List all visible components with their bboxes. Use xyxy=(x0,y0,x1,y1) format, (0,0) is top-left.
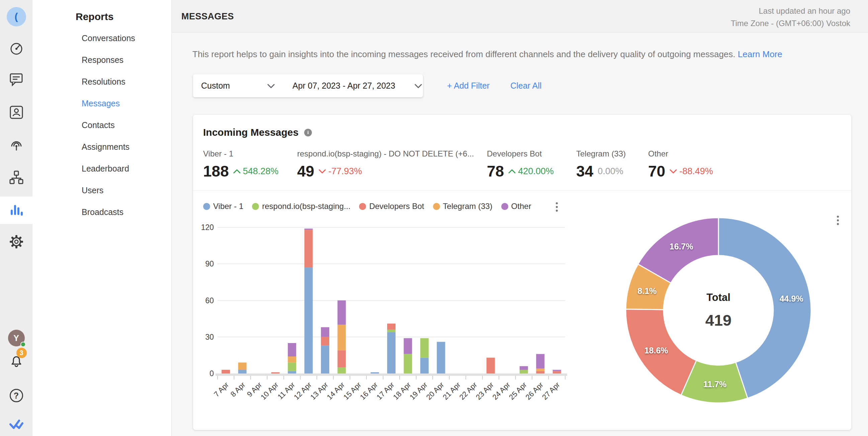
stat-label: Telegram (33) xyxy=(576,149,648,159)
stat-value: 49 xyxy=(297,164,314,179)
incoming-messages-card: Incoming Messages i Viber - 1188548.28%r… xyxy=(193,115,851,430)
main-area: MESSAGES Last updated an hour ago Time Z… xyxy=(172,0,868,436)
chevron-down-icon[interactable] xyxy=(267,83,275,89)
question-mark-icon: ? xyxy=(10,389,23,402)
trend-up-icon xyxy=(233,169,241,174)
legend-dot xyxy=(203,203,210,210)
bar-chart-menu-kebab[interactable] xyxy=(554,200,560,214)
notifications-bell[interactable]: 3 xyxy=(0,354,32,368)
info-icon[interactable]: i xyxy=(304,129,312,136)
legend-label: Viber - 1 xyxy=(213,202,243,211)
svg-text:26 Apr: 26 Apr xyxy=(524,380,545,402)
svg-text:18.6%: 18.6% xyxy=(645,346,668,355)
svg-text:19 Apr: 19 Apr xyxy=(408,380,429,402)
svg-text:13 Apr: 13 Apr xyxy=(309,380,330,402)
header-meta: Last updated an hour ago Time Zone - (GM… xyxy=(731,5,850,29)
legend-label: respond.io(bsp-staging... xyxy=(262,202,350,211)
sidebar-item-messages[interactable]: Messages xyxy=(82,99,135,108)
range-type-dropdown[interactable]: Custom xyxy=(193,74,285,97)
sidebar-title: Reports xyxy=(75,11,114,23)
learn-more-link[interactable]: Learn More xyxy=(738,49,782,59)
sidebar-item-broadcasts[interactable]: Broadcasts xyxy=(82,208,135,216)
last-updated-text: Last updated an hour ago xyxy=(731,5,850,17)
stat-1: respond.io(bsp-staging) - DO NOT DELETE … xyxy=(297,149,487,179)
trend-down-icon xyxy=(318,169,326,174)
svg-text:15 Apr: 15 Apr xyxy=(342,380,363,402)
contacts-icon[interactable] xyxy=(0,105,32,120)
sidebar-item-contacts[interactable]: Contacts xyxy=(82,121,135,129)
svg-text:24 Apr: 24 Apr xyxy=(491,380,512,402)
legend-label: Telegram (33) xyxy=(443,202,493,211)
stat-value: 70 xyxy=(648,164,665,179)
svg-text:11.7%: 11.7% xyxy=(703,379,727,389)
stat-label: respond.io(bsp-staging) - DO NOT DELETE … xyxy=(297,149,487,159)
broadcast-icon[interactable] xyxy=(0,137,32,152)
avatar-letter: Y xyxy=(8,330,25,346)
stat-value: 78 xyxy=(487,164,504,179)
settings-gear-icon[interactable] xyxy=(0,234,32,249)
stat-4: Other70-88.49% xyxy=(648,149,748,179)
svg-text:90: 90 xyxy=(205,260,214,268)
reports-icon[interactable] xyxy=(0,203,32,218)
stat-label: Other xyxy=(648,149,748,159)
stats-row: Viber - 1188548.28%respond.io(bsp-stagin… xyxy=(203,149,748,179)
svg-text:23 Apr: 23 Apr xyxy=(474,380,495,402)
sidebar-item-conversations[interactable]: Conversations xyxy=(82,34,135,42)
brand-doublecheck-icon[interactable] xyxy=(0,417,32,432)
add-filter-button[interactable]: + Add Filter xyxy=(447,81,490,91)
workflows-icon[interactable] xyxy=(0,170,32,185)
user-avatar[interactable]: Y xyxy=(0,330,32,346)
svg-text:17 Apr: 17 Apr xyxy=(375,380,396,402)
clear-all-button[interactable]: Clear All xyxy=(510,81,541,91)
messages-icon[interactable] xyxy=(0,72,32,87)
sidebar-item-resolutions[interactable]: Resolutions xyxy=(82,77,135,86)
stat-change: 0.00% xyxy=(598,166,623,176)
workspace-logo[interactable]: ( xyxy=(0,7,32,26)
legend-label: Other xyxy=(511,202,531,211)
svg-text:21 Apr: 21 Apr xyxy=(441,380,462,402)
sidebar-item-assignments[interactable]: Assignments xyxy=(82,143,135,151)
legend-item-1[interactable]: respond.io(bsp-staging... xyxy=(252,202,350,211)
legend-item-3[interactable]: Telegram (33) xyxy=(433,202,493,211)
sidebar-item-leaderboard[interactable]: Leaderboard xyxy=(82,165,135,173)
chevron-down-icon[interactable] xyxy=(414,83,423,89)
legend-item-2[interactable]: Developers Bot xyxy=(359,202,424,211)
stat-2: Developers Bot78420.00% xyxy=(487,149,576,179)
svg-text:7 Apr: 7 Apr xyxy=(212,380,230,399)
stat-change: 548.28% xyxy=(243,166,279,176)
help-icon[interactable]: ? xyxy=(0,388,32,403)
stat-label: Viber - 1 xyxy=(203,149,297,159)
donut-chart-menu-kebab[interactable] xyxy=(835,214,841,227)
card-title: Incoming Messages xyxy=(203,127,299,138)
date-filter-box: Custom Apr 07, 2023 - Apr 27, 2023 xyxy=(193,74,423,97)
date-range-dropdown[interactable]: Apr 07, 2023 - Apr 27, 2023 xyxy=(285,74,423,97)
svg-text:20 Apr: 20 Apr xyxy=(425,380,446,402)
stacked-bar-chart: 03060901207 Apr8 Apr9 Apr10 Apr11 Apr12 … xyxy=(198,221,576,416)
report-description: This report helps to gain insights into … xyxy=(192,49,782,60)
divider xyxy=(193,190,851,191)
dashboard-icon[interactable] xyxy=(0,41,32,56)
svg-text:14 Apr: 14 Apr xyxy=(325,380,346,402)
sidebar-item-responses[interactable]: Responses xyxy=(82,56,135,64)
donut-chart: 44.9%11.7%18.6%8.1%16.7% xyxy=(623,215,814,407)
workspace-logo-icon: ( xyxy=(7,7,26,26)
svg-text:16.7%: 16.7% xyxy=(670,242,693,251)
legend-item-4[interactable]: Other xyxy=(501,202,531,211)
svg-text:30: 30 xyxy=(205,333,214,341)
svg-text:16 Apr: 16 Apr xyxy=(359,380,379,402)
legend-item-0[interactable]: Viber - 1 xyxy=(203,202,243,211)
sidebar-item-users[interactable]: Users xyxy=(82,186,135,195)
svg-text:18 Apr: 18 Apr xyxy=(392,380,412,402)
svg-text:44.9%: 44.9% xyxy=(780,294,803,303)
svg-text:25 Apr: 25 Apr xyxy=(507,380,528,402)
timezone-text: Time Zone - (GMT+06:00) Vostok xyxy=(731,17,850,29)
page-header: MESSAGES Last updated an hour ago Time Z… xyxy=(172,0,868,32)
chart-legend: Viber - 1respond.io(bsp-staging...Develo… xyxy=(203,202,566,211)
icon-rail: ( xyxy=(0,0,32,436)
notification-badge: 3 xyxy=(17,348,27,358)
legend-dot xyxy=(433,203,440,210)
stat-value: 34 xyxy=(576,164,593,179)
stat-0: Viber - 1188548.28% xyxy=(203,149,297,179)
legend-dot xyxy=(359,203,366,210)
svg-text:11 Apr: 11 Apr xyxy=(276,380,297,401)
